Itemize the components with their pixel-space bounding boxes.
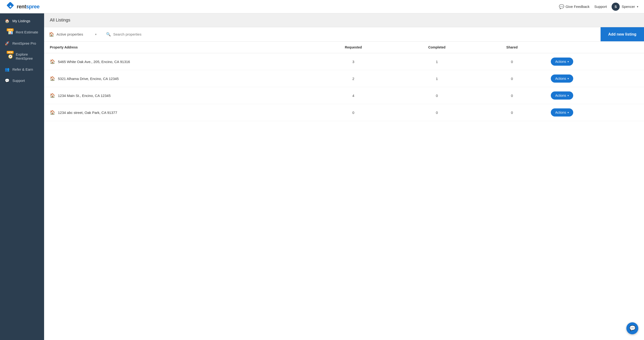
shared-cell: 0 xyxy=(479,104,545,121)
support-icon: 💬 xyxy=(5,78,10,83)
sidebar-item-explore-rentspree[interactable]: NEW 🧭 Explore RentSpree xyxy=(0,49,44,64)
completed-cell: 0 xyxy=(395,104,479,121)
filter-house-icon: 🏠 xyxy=(49,32,54,37)
page-header: All Listings xyxy=(44,13,644,27)
new-badge: NEW xyxy=(7,51,14,54)
actions-button[interactable]: Actions ▾ xyxy=(551,91,573,100)
property-address-cell: 🏠 5321 Alhama Drive, Encino, CA 12345 xyxy=(44,70,312,87)
chevron-down-icon: ▾ xyxy=(568,77,569,80)
actions-cell: Actions ▾ xyxy=(545,87,644,104)
filter-dropdown[interactable]: 🏠 Active properties ▾ xyxy=(44,27,101,41)
requested-cell: 3 xyxy=(312,53,395,70)
home-icon: 🏠 xyxy=(5,19,10,23)
svg-text:✦: ✦ xyxy=(9,5,12,9)
support-label: Support xyxy=(594,5,607,9)
shared-cell: 0 xyxy=(479,70,545,87)
property-house-icon: 🏠 xyxy=(50,76,55,81)
property-address: 1234 Main St., Encino, CA 12345 xyxy=(58,94,110,98)
sidebar: 🏠 My Listings NEW 📊 Rent Estimate 🚀 Rent… xyxy=(0,13,44,340)
logo-icon: ✦ xyxy=(6,2,15,11)
requested-cell: 2 xyxy=(312,70,395,87)
sidebar-item-label: Refer & Earn xyxy=(12,67,33,71)
shared-cell: 0 xyxy=(479,53,545,70)
user-menu-button[interactable]: S Spencer ▾ xyxy=(612,3,638,11)
property-address: 5321 Alhama Drive, Encino, CA 12345 xyxy=(58,77,119,81)
requested-cell: 4 xyxy=(312,87,395,104)
sidebar-item-support[interactable]: 💬 Support xyxy=(0,75,44,86)
sidebar-item-label: Explore RentSpree xyxy=(16,52,39,60)
user-name: Spencer xyxy=(622,5,635,9)
actions-cell: Actions ▾ xyxy=(545,104,644,121)
col-header-shared: Shared xyxy=(479,42,545,53)
table-row: 🏠 1234 Main St., Encino, CA 12345 4 0 0 … xyxy=(44,87,644,104)
table-header: Property Address Requested Completed Sha… xyxy=(44,42,644,53)
property-address-cell: 🏠 5465 White Oak Ave., 205, Encino, CA 9… xyxy=(44,53,312,70)
sidebar-item-label: My Listings xyxy=(12,19,30,23)
actions-button[interactable]: Actions ▾ xyxy=(551,58,573,66)
sidebar-item-my-listings[interactable]: 🏠 My Listings xyxy=(0,15,44,27)
new-badge: NEW xyxy=(7,28,14,31)
sidebar-item-label: Support xyxy=(12,79,25,83)
completed-cell: 1 xyxy=(395,53,479,70)
user-initials: S xyxy=(614,5,616,9)
content-area: 🏠 Active properties ▾ 🔍 Add new listing … xyxy=(44,27,644,340)
logo: ✦ rentspree xyxy=(6,2,40,11)
requested-cell: 0 xyxy=(312,104,395,121)
table-row: 🏠 5321 Alhama Drive, Encino, CA 12345 2 … xyxy=(44,70,644,87)
table-row: 🏠 5465 White Oak Ave., 205, Encino, CA 9… xyxy=(44,53,644,70)
col-header-actions xyxy=(545,42,644,53)
property-address-cell: 🏠 1234 abc street, Oak Park, CA 91377 xyxy=(44,104,312,121)
chevron-down-icon: ▾ xyxy=(568,60,569,63)
chevron-down-icon: ▾ xyxy=(568,94,569,97)
search-input[interactable] xyxy=(113,32,596,36)
completed-cell: 0 xyxy=(395,87,479,104)
feedback-icon: 💬 xyxy=(559,4,564,9)
main-content: All Listings 🏠 Active properties ▾ 🔍 Add… xyxy=(44,13,644,340)
chevron-down-icon: ▾ xyxy=(95,33,96,36)
property-address-cell: 🏠 1234 Main St., Encino, CA 12345 xyxy=(44,87,312,104)
actions-label: Actions xyxy=(555,60,566,64)
actions-cell: Actions ▾ xyxy=(545,53,644,70)
property-address: 5465 White Oak Ave., 205, Encino, CA 913… xyxy=(58,60,130,64)
actions-button[interactable]: Actions ▾ xyxy=(551,108,573,116)
chevron-down-icon: ▾ xyxy=(637,5,638,8)
completed-cell: 1 xyxy=(395,70,479,87)
sidebar-item-rentspree-pro[interactable]: 🚀 RentSpree Pro xyxy=(0,38,44,49)
chat-bubble-button[interactable]: 💬 xyxy=(626,322,638,334)
search-icon: 🔍 xyxy=(106,32,111,37)
avatar: S xyxy=(612,3,620,11)
property-address: 1234 abc street, Oak Park, CA 91377 xyxy=(58,111,117,115)
explore-icon: 🧭 xyxy=(8,54,13,59)
toolbar: 🏠 Active properties ▾ 🔍 Add new listing xyxy=(44,27,644,42)
listings-table: Property Address Requested Completed Sha… xyxy=(44,42,644,121)
page-title: All Listings xyxy=(50,18,638,23)
sidebar-item-rent-estimate[interactable]: NEW 📊 Rent Estimate xyxy=(0,27,44,38)
support-header-button[interactable]: Support xyxy=(594,5,607,9)
app-header: ✦ rentspree 💬 Give Feedback Support S Sp… xyxy=(0,0,644,13)
refer-icon: 👥 xyxy=(5,67,10,72)
col-header-address: Property Address xyxy=(44,42,312,53)
search-area: 🔍 xyxy=(101,27,600,41)
give-feedback-button[interactable]: 💬 Give Feedback xyxy=(559,4,590,9)
app-body: 🏠 My Listings NEW 📊 Rent Estimate 🚀 Rent… xyxy=(0,13,644,340)
chevron-down-icon: ▾ xyxy=(568,111,569,114)
give-feedback-label: Give Feedback xyxy=(566,5,590,9)
actions-cell: Actions ▾ xyxy=(545,70,644,87)
sidebar-item-label: RentSpree Pro xyxy=(12,41,36,45)
actions-label: Actions xyxy=(555,94,566,97)
add-listing-label: Add new listing xyxy=(608,32,636,36)
actions-label: Actions xyxy=(555,111,566,114)
actions-button[interactable]: Actions ▾ xyxy=(551,75,573,83)
property-house-icon: 🏠 xyxy=(50,110,55,115)
table-body: 🏠 5465 White Oak Ave., 205, Encino, CA 9… xyxy=(44,53,644,121)
pro-icon: 🚀 xyxy=(5,41,10,46)
header-actions: 💬 Give Feedback Support S Spencer ▾ xyxy=(559,3,638,11)
property-house-icon: 🏠 xyxy=(50,59,55,64)
table-row: 🏠 1234 abc street, Oak Park, CA 91377 0 … xyxy=(44,104,644,121)
add-new-listing-button[interactable]: Add new listing xyxy=(600,27,644,41)
chat-icon: 💬 xyxy=(629,325,636,331)
col-header-requested: Requested xyxy=(312,42,395,53)
property-house-icon: 🏠 xyxy=(50,93,55,98)
sidebar-item-refer-earn[interactable]: 👥 Refer & Earn xyxy=(0,64,44,75)
sidebar-item-label: Rent Estimate xyxy=(16,30,38,34)
